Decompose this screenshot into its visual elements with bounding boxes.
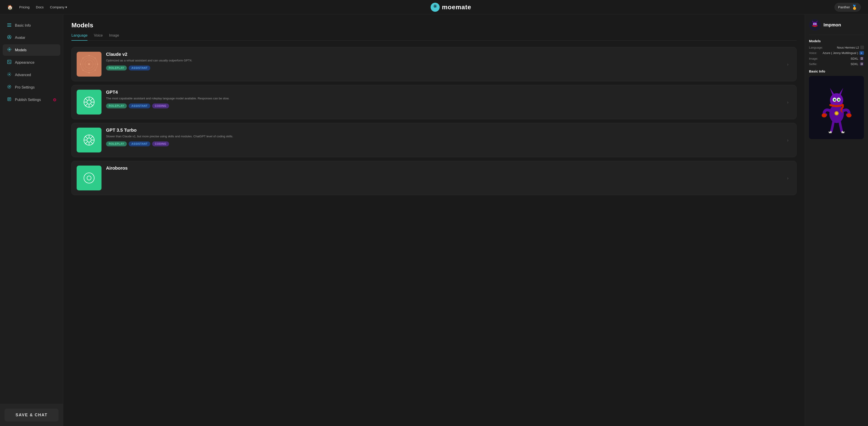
char-header: Impmon [809,19,864,35]
sidebar-item-basic-info[interactable]: Basic Info [3,20,60,31]
svg-point-72 [835,99,835,100]
expand-arrow-gpt4[interactable]: › [784,100,792,105]
expand-arrow-claude[interactable]: › [784,62,792,67]
company-label: Company [50,5,64,9]
svg-point-24 [9,74,10,75]
model-name-gpt35: GPT 3.5 Turbo [106,128,780,133]
svg-point-7 [435,4,435,5]
model-card-gpt35[interactable]: GPT 3.5 Turbo Slower than Claude v1, but… [71,123,797,157]
pricing-link[interactable]: Pricing [19,5,30,9]
svg-rect-10 [7,26,11,27]
model-info-claude-v2: Claude v2 Optimized as a virtual assista… [106,52,780,70]
model-card-gpt4[interactable]: GPT4 The most capabable assistant and ro… [71,85,797,119]
panel-voice-row: Voice: Azure ( Jenny Multilingual ) ▶ [809,51,864,55]
sidebar-item-models[interactable]: Models [3,44,60,56]
svg-line-47 [95,58,98,64]
model-tags-gpt35: ROLEPLAY ASSISTANT CODING [106,141,780,146]
tab-language[interactable]: Language [71,33,88,41]
sdxl-badge-selfie: 🖼 [860,62,864,66]
tag-roleplay-gpt4: ROLEPLAY [106,103,127,108]
sidebar: Basic Info Avatar [0,14,63,426]
avatar-icon [7,35,12,40]
tab-image[interactable]: Image [109,33,119,41]
panel-selfie-row: Selfie: SDXL 🖼 [809,62,864,66]
svg-point-3 [435,6,436,6]
image-value: SDXL 🖼 [850,57,864,60]
sidebar-item-appearance[interactable]: Appearance [3,57,60,68]
model-card-airoboros[interactable]: Airoboros › [71,161,797,195]
language-value-text: Nous Hermes L2 [837,46,859,49]
language-value: Nous Hermes L2 [837,45,864,49]
main-content: Models Language Voice Image [63,14,805,426]
sidebar-label-avatar: Avatar [15,36,25,40]
svg-line-48 [95,64,98,70]
model-card-claude-v2[interactable]: Claude v2 Optimized as a virtual assista… [71,47,797,81]
language-toggle-icon[interactable] [860,45,864,49]
svg-line-51 [81,58,83,64]
model-name-gpt4: GPT4 [106,90,780,95]
advanced-icon [7,72,12,77]
model-info-gpt4: GPT4 The most capabable assistant and ro… [106,90,780,108]
right-panel: Impmon Models Language: Nous Hermes L2 V… [805,14,868,426]
model-thumb-gpt4 [76,90,101,114]
user-badge-icon: 🏅 [852,4,857,10]
model-tags-gpt4: ROLEPLAY ASSISTANT CODING [106,103,780,108]
voice-label: Voice: [809,51,817,55]
svg-point-61 [815,24,816,24]
publish-icon [7,97,12,102]
chevron-down-icon: ▾ [65,5,67,9]
sidebar-label-appearance: Appearance [15,61,34,65]
language-label: Language: [809,46,823,49]
sidebar-item-publish-settings[interactable]: Publish Settings ⊙ [3,94,60,105]
home-icon[interactable]: 🏠 [7,4,13,10]
model-name-claude-v2: Claude v2 [106,52,780,57]
page-title: Models [71,22,797,29]
svg-line-49 [83,70,89,73]
svg-point-78 [822,113,827,118]
svg-point-53 [88,63,90,65]
char-image-area [809,76,864,139]
appearance-icon [7,60,12,65]
menu-icon [7,23,12,28]
selfie-value-text: SDXL [850,62,858,66]
svg-rect-8 [7,24,11,24]
voice-value-text: Azure ( Jenny Multilingual ) [823,51,858,55]
svg-rect-4 [435,7,436,7]
model-desc-claude-v2: Optimized as a virtual assistant and can… [106,58,780,63]
save-chat-button[interactable]: SAVE & CHAT [4,408,59,422]
sidebar-item-pro-settings[interactable]: Pro Settings [3,81,60,93]
sidebar-item-advanced[interactable]: Advanced [3,69,60,80]
char-name: Impmon [824,22,841,28]
tag-assistant-gpt35: ASSISTANT [129,141,150,146]
svg-point-18 [11,49,11,50]
selfie-value: SDXL 🖼 [850,62,864,66]
char-avatar [809,19,821,31]
svg-point-70 [834,99,835,100]
svg-point-17 [7,49,8,50]
model-info-gpt35: GPT 3.5 Turbo Slower than Claude v1, but… [106,128,780,146]
svg-point-16 [9,51,10,52]
user-badge[interactable]: Panther 🏅 [835,3,861,11]
topnav: 🏠 Pricing Docs Company ▾ moemate Panther [0,0,868,14]
nav-right: Panther 🏅 [835,3,861,11]
svg-rect-9 [7,25,11,25]
expand-arrow-airoboros[interactable]: › [784,175,792,181]
brand-name: moemate [442,4,471,11]
company-dropdown[interactable]: Company ▾ [50,5,67,9]
expand-arrow-gpt35[interactable]: › [784,137,792,143]
svg-point-71 [838,99,839,100]
models-section-title: Models [809,39,864,43]
image-label: Image: [809,57,818,60]
panel-image-row: Image: SDXL 🖼 [809,57,864,60]
svg-point-25 [9,86,10,88]
sidebar-item-avatar[interactable]: Avatar [3,32,60,43]
voice-badge: ▶ [860,51,864,55]
svg-rect-20 [8,61,9,62]
docs-link[interactable]: Docs [36,5,43,9]
tab-voice[interactable]: Voice [94,33,103,41]
svg-line-46 [89,56,95,58]
svg-point-60 [814,24,814,24]
models-icon [7,47,12,53]
tag-roleplay-gpt35: ROLEPLAY [106,141,127,146]
svg-point-73 [839,99,839,100]
